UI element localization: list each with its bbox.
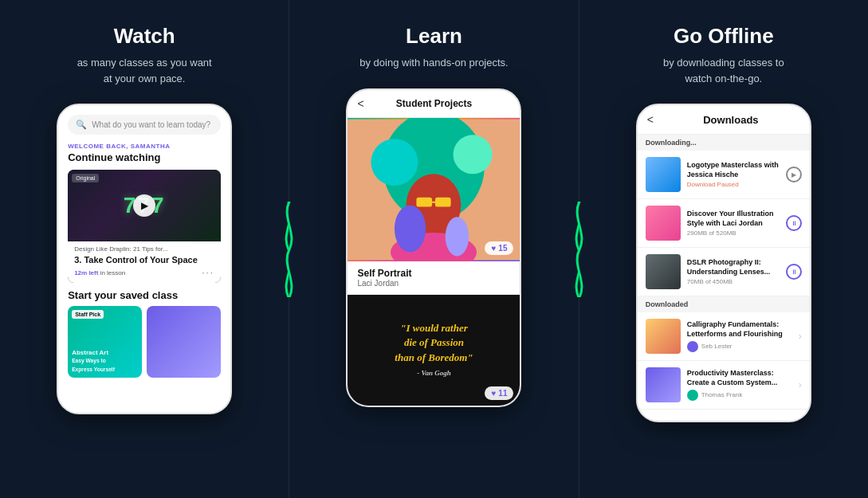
saved-card-1[interactable]: Staff Pick Abstract ArtEasy Ways toExpre… — [68, 306, 142, 378]
card-description: Design Like Draplin: 21 Tips for... — [74, 245, 214, 253]
saved-card-title-1: Abstract ArtEasy Ways toExpress Yourself — [72, 349, 138, 374]
welcome-label: WELCOME BACK, SAMANTHA — [68, 143, 221, 150]
card-progress: 12m left in lesson ··· — [74, 267, 214, 278]
calligraphy-quote: "I would ratherdie of Passionthan of Bor… — [395, 321, 473, 379]
back-button[interactable]: < — [357, 97, 363, 110]
svg-point-2 — [371, 139, 418, 186]
download-thumb-1 — [646, 157, 681, 192]
downloaded-title-1: Calligraphy Fundamentals: Letterforms an… — [687, 320, 792, 339]
downloaded-author-row-1: Seb Lester — [687, 341, 792, 352]
search-placeholder-text: What do you want to learn today? — [92, 120, 210, 129]
learn-phone: < Student Projects — [346, 88, 521, 407]
offline-title: Go Offline — [674, 24, 774, 49]
download-item-1[interactable]: Logotype Masterclass with Jessica Hische… — [638, 151, 810, 199]
squiggle-left-2 — [277, 202, 301, 297]
download-info-1: Logotype Masterclass with Jessica Hische… — [687, 161, 780, 188]
author-avatar-1 — [687, 341, 698, 352]
heart-badge-1: ♥ 15 — [485, 241, 513, 255]
download-item-2[interactable]: Discover Your Illustration Style with La… — [638, 199, 810, 248]
download-info-2: Discover Your Illustration Style with La… — [687, 210, 780, 237]
svg-point-9 — [395, 205, 426, 252]
video-card[interactable]: Original 777 ▶ Design Like Draplin: 21 T… — [68, 170, 221, 283]
svg-point-10 — [446, 217, 469, 256]
watch-title: Watch — [114, 24, 175, 49]
watch-subtitle: as many classes as you wantat your own p… — [77, 55, 212, 86]
chevron-icon-2: › — [799, 379, 802, 390]
card-info: Design Like Draplin: 21 Tips for... 3. T… — [68, 241, 221, 283]
saved-card-2[interactable] — [147, 306, 221, 378]
downloads-title: Downloads — [662, 114, 800, 126]
downloaded-info-1: Calligraphy Fundamentals: Letterforms an… — [687, 320, 792, 351]
download-info-3: DSLR Photography II: Understanding Lense… — [687, 258, 780, 285]
squiggle-left-3 — [568, 202, 591, 297]
downloaded-author-row-2: Thomas Frank — [687, 390, 792, 401]
learn-title: Learn — [406, 24, 462, 49]
heart-badge-2: ♥ 11 — [485, 386, 513, 400]
download-item-3[interactable]: DSLR Photography II: Understanding Lense… — [638, 248, 810, 296]
downloaded-thumb-2 — [646, 367, 681, 402]
project1-name: Self Portrait — [357, 268, 510, 279]
downloading-section-label: Downloading... — [638, 135, 810, 151]
offline-phone: < Downloads Downloading... Logotype Mast… — [636, 104, 811, 422]
watch-phone-inner: 🔍 What do you want to learn today? WELCO… — [58, 105, 230, 413]
card-title: 3. Take Control of Your Space — [74, 255, 214, 265]
original-badge: Original — [72, 174, 99, 182]
learn-subtitle: by doing with hands-on projects. — [359, 55, 508, 71]
downloaded-thumb-1 — [646, 319, 681, 354]
heart-icon-2: ♥ — [491, 389, 496, 398]
username-label: SAMANTHA — [131, 143, 171, 150]
svg-point-3 — [454, 135, 493, 174]
chevron-icon-1: › — [799, 331, 802, 342]
video-thumbnail: Original 777 ▶ — [68, 170, 221, 241]
pause-download-button-3[interactable]: ⏸ — [786, 264, 802, 280]
svg-rect-6 — [417, 197, 433, 206]
download-status-1: Download Paused — [687, 181, 780, 188]
download-title-2: Discover Your Illustration Style with La… — [687, 210, 780, 228]
downloads-header: < Downloads — [638, 105, 810, 135]
downloaded-title-2: Productivity Masterclass: Create a Custo… — [687, 369, 792, 387]
calligraphy-image: "I would ratherdie of Passionthan of Bor… — [348, 295, 520, 406]
downloaded-item-1[interactable]: Calligraphy Fundamentals: Letterforms an… — [638, 312, 810, 361]
heart-icon-1: ♥ — [491, 244, 496, 253]
download-size-2: 290MB of 520MB — [687, 229, 780, 237]
continue-watching-label: Continue watching — [68, 151, 221, 163]
saved-cards-row: Staff Pick Abstract ArtEasy Ways toExpre… — [68, 306, 221, 378]
downloaded-item-2[interactable]: Productivity Masterclass: Create a Custo… — [638, 361, 810, 410]
download-title-3: DSLR Photography II: Understanding Lense… — [687, 258, 780, 276]
downloaded-info-2: Productivity Masterclass: Create a Custo… — [687, 369, 792, 400]
more-options[interactable]: ··· — [202, 267, 214, 278]
pause-download-button-2[interactable]: ⏸ — [786, 215, 802, 231]
saved-class-label: Start your saved class — [68, 289, 221, 301]
svg-rect-7 — [435, 197, 451, 206]
search-bar[interactable]: 🔍 What do you want to learn today? — [68, 115, 221, 135]
play-download-button-1[interactable]: ▶ — [786, 167, 802, 182]
progress-text: 12m left in lesson — [74, 269, 125, 276]
learn-panel: Learn by doing with hands-on projects. <… — [289, 0, 578, 498]
author-avatar-2 — [687, 390, 698, 401]
watch-panel: Watch as many classes as you wantat your… — [0, 0, 289, 498]
staff-pick-badge: Staff Pick — [72, 310, 104, 319]
self-portrait-image: ♥ 15 — [348, 118, 520, 261]
download-thumb-3 — [646, 254, 681, 289]
project1-author: Laci Jordan — [357, 279, 510, 288]
project1-info: Self Portrait Laci Jordan — [348, 261, 520, 295]
download-thumb-2 — [646, 206, 681, 241]
offline-panel: Go Offline by downloading classes towatc… — [579, 0, 868, 498]
student-projects-title: Student Projects — [396, 98, 472, 109]
downloaded-section-label: Downloaded — [638, 296, 810, 312]
watch-phone: 🔍 What do you want to learn today? WELCO… — [57, 104, 232, 414]
downloads-back-button[interactable]: < — [647, 113, 654, 126]
search-icon: 🔍 — [76, 120, 87, 130]
downloaded-author-1: Seb Lester — [701, 343, 732, 350]
download-title-1: Logotype Masterclass with Jessica Hische — [687, 161, 780, 179]
student-projects-header: < Student Projects — [348, 90, 520, 118]
offline-subtitle: by downloading classes towatch on-the-go… — [663, 55, 784, 86]
download-size-3: 70MB of 450MB — [687, 278, 780, 285]
downloaded-author-2: Thomas Frank — [701, 391, 743, 398]
play-button[interactable]: ▶ — [133, 194, 155, 217]
